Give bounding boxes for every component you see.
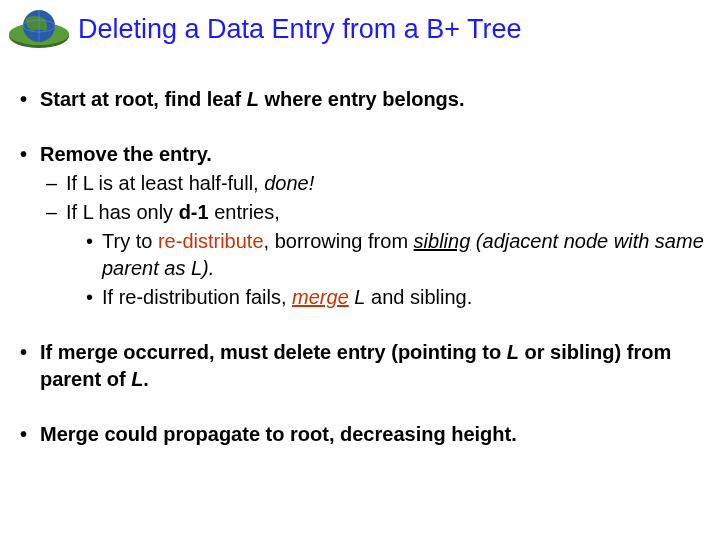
text: Start at root, find leaf <box>40 88 247 110</box>
text-italic: L <box>131 368 143 390</box>
text-sibling: sibling <box>414 230 471 252</box>
text-italic: L <box>507 341 519 363</box>
text: , borrowing from <box>264 230 414 252</box>
text-italic: done! <box>264 172 314 194</box>
bullet-propagate-root: Merge could propagate to root, decreasin… <box>20 421 705 448</box>
text-red: re-distribute <box>158 230 264 252</box>
text: If L is at least half-full, <box>66 172 264 194</box>
sub-half-full: If L is at least half-full, done! <box>40 170 705 197</box>
globe-icon <box>4 6 74 50</box>
text: where entry belongs. <box>259 88 465 110</box>
slide-content: Start at root, find leaf L where entry b… <box>20 86 705 476</box>
sub-merge: If re-distribution fails, merge L and si… <box>66 284 705 311</box>
text-italic: L <box>349 286 366 308</box>
text: Try to <box>102 230 158 252</box>
text-bold: d-1 <box>179 201 209 223</box>
text: If re-distribution fails, <box>102 286 292 308</box>
slide: Deleting a Data Entry from a B+ Tree Sta… <box>0 0 720 540</box>
bullet-merge-occurred: If merge occurred, must delete entry (po… <box>20 339 705 393</box>
text-merge: merge <box>292 286 349 308</box>
sub-d-minus-1: If L has only d-1 entries, Try to re-dis… <box>40 199 705 311</box>
slide-title: Deleting a Data Entry from a B+ Tree <box>78 14 700 45</box>
text: If merge occurred, must delete entry (po… <box>40 341 507 363</box>
text: and sibling. <box>365 286 472 308</box>
text: Remove the entry. <box>40 143 212 165</box>
text: entries, <box>209 201 280 223</box>
text: If L has only <box>66 201 179 223</box>
bullet-start-at-root: Start at root, find leaf L where entry b… <box>20 86 705 113</box>
text: Merge could propagate to root, decreasin… <box>40 423 517 445</box>
sub-redistribute: Try to re-distribute, borrowing from sib… <box>66 228 705 282</box>
bullet-remove-entry: Remove the entry. If L is at least half-… <box>20 141 705 311</box>
text-italic: L <box>247 88 259 110</box>
text: . <box>143 368 149 390</box>
